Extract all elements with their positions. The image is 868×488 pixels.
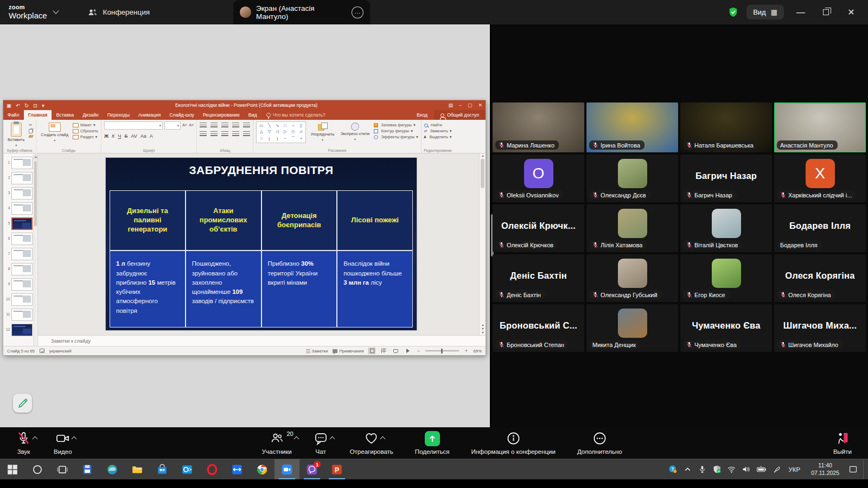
tell-me-box[interactable]: Что вы хотите сделать?	[261, 112, 330, 118]
thumbnail-scrollbar[interactable]	[33, 153, 37, 346]
pen-icon[interactable]	[773, 465, 782, 474]
help-icon[interactable]: ?	[668, 465, 678, 474]
participant-tile[interactable]: Деніс БахтінДеніс Бахтін	[493, 254, 584, 302]
notes-toggle-button[interactable]: Заметки	[306, 349, 328, 354]
slide-thumbnail[interactable]: 3	[3, 185, 37, 201]
ppt-quick-access-toolbar[interactable]: ▣ ↶ ↻ ⊡ ▾	[3, 102, 44, 108]
participant-tile[interactable]: Олексій Крючк...Олексій Крючков	[493, 204, 584, 252]
taskbar-clock[interactable]: 11:40 07.11.2025	[807, 462, 843, 477]
video-button[interactable]: Видео	[52, 427, 74, 459]
shape-glyph[interactable]: □	[284, 123, 286, 128]
tab-screen-share[interactable]: Экран (Анастасія Мантуло) ...	[233, 0, 370, 24]
participant-tile[interactable]: Олеся КорягінаОлеся Корягіна	[774, 254, 866, 302]
shape-outline-button[interactable]: Контур фигуры ▾	[374, 129, 418, 133]
slide-thumbnail[interactable]: 10	[3, 292, 37, 307]
chevron-down-icon[interactable]	[53, 8, 59, 14]
quick-styles-button[interactable]: Экспресс-стили ▾	[339, 121, 371, 142]
font-style-button[interactable]: Аа	[141, 133, 146, 139]
reset-button[interactable]: Сбросить	[73, 129, 98, 133]
ppt-menu-item[interactable]: Слайд-шоу	[165, 110, 199, 120]
font-size-combo[interactable]: ▾	[164, 121, 181, 130]
participant-tile[interactable]: Лілія Хатамова	[586, 204, 678, 252]
taskbar-opera-icon[interactable]	[200, 459, 225, 479]
participant-tile[interactable]: Броновський С...Броновський Степан	[493, 304, 584, 352]
shape-glyph[interactable]: +	[300, 136, 303, 141]
participant-tile[interactable]: OOleksii Ovsiannikov	[493, 155, 584, 202]
slide-sorter-view-button[interactable]	[380, 348, 387, 354]
participants-options-chevron[interactable]	[293, 436, 299, 442]
taskbar-powerpoint-icon[interactable]: P	[324, 459, 349, 479]
participants-button[interactable]: 20 Участники	[260, 427, 294, 459]
participant-tile[interactable]: Багрич НазарБагрич Назар	[680, 155, 772, 202]
ppt-share-button[interactable]: Общий доступ	[434, 110, 486, 120]
participant-tile[interactable]: Чумаченко ЄваЧумаченко Єва	[680, 304, 772, 352]
shape-glyph[interactable]: ╲	[268, 123, 271, 128]
language-label[interactable]: украинский	[49, 349, 72, 354]
line-spacing-icon[interactable]	[243, 123, 250, 127]
redo-icon[interactable]: ↻	[24, 102, 29, 108]
shape-glyph[interactable]: ▷	[284, 129, 287, 134]
shape-glyph[interactable]: ▽	[267, 129, 271, 134]
slide-thumbnail[interactable]: 11	[3, 307, 37, 322]
tab-conference[interactable]: Конференция	[82, 3, 156, 22]
shape-glyph[interactable]: )	[277, 136, 278, 141]
align-right-icon[interactable]	[221, 131, 228, 136]
meeting-info-button[interactable]: Информация о конференции	[469, 427, 558, 459]
ppt-signin-button[interactable]: Вход	[410, 112, 434, 118]
format-painter-button[interactable]	[29, 135, 33, 138]
ppt-menu-item[interactable]: Рецензирование	[199, 110, 244, 120]
participant-tile[interactable]: Бодарев ІлляБодарев Ілля	[774, 204, 866, 252]
shape-glyph[interactable]: ▯	[300, 123, 302, 128]
windows-security-icon[interactable]	[712, 465, 722, 474]
arrange-button[interactable]: Упорядочить ▾	[309, 121, 336, 143]
decrease-indent-icon[interactable]	[221, 123, 228, 127]
chat-button[interactable]: Чат	[311, 427, 330, 459]
participant-tile[interactable]: Марина Ляшенко	[493, 102, 584, 152]
section-button[interactable]: Раздел ▾	[73, 135, 98, 139]
taskbar-zoom-icon[interactable]	[275, 459, 299, 479]
font-name-combo[interactable]: ▾	[104, 121, 163, 130]
taskbar-file-explorer-icon[interactable]	[125, 459, 150, 479]
participant-tile[interactable]: Віталій Цвєтков	[680, 204, 772, 252]
slide-thumbnail[interactable]: 7	[3, 246, 37, 261]
shrink-font-button[interactable]: A˅	[189, 121, 194, 130]
shape-glyph[interactable]: △	[260, 129, 263, 134]
shape-glyph[interactable]: ~	[284, 136, 286, 141]
slide-thumbnail[interactable]: 6	[3, 231, 37, 246]
react-button[interactable]: Отреагировать	[348, 427, 395, 459]
slideshow-icon[interactable]: ⊡	[33, 102, 37, 108]
select-button[interactable]: Выделить ▾	[424, 135, 452, 139]
previous-slide-icon[interactable]	[482, 324, 484, 326]
shape-glyph[interactable]: ◁	[276, 129, 279, 134]
font-style-button[interactable]: Ч	[118, 133, 121, 139]
shape-glyph[interactable]: ☆	[259, 136, 263, 141]
share-screen-button[interactable]: Поделиться	[413, 427, 452, 459]
taskbar-start-button[interactable]	[0, 459, 25, 479]
battery-icon[interactable]	[756, 465, 767, 474]
canvas-scrollbar[interactable]	[479, 153, 486, 335]
show-desktop-button[interactable]	[863, 459, 867, 479]
slide-thumbnail[interactable]: 2	[3, 170, 37, 185]
restore-button[interactable]	[823, 9, 829, 15]
chat-options-chevron[interactable]	[329, 436, 335, 442]
shape-glyph[interactable]: ▭	[259, 123, 264, 128]
shapes-gallery[interactable]: ▭╲↘□○▯△▽◁▷◇▱☆()~⌒+	[256, 121, 306, 143]
shape-glyph[interactable]: (	[269, 136, 270, 141]
react-options-chevron[interactable]	[380, 436, 386, 442]
ppt-menu-item[interactable]: Переходы	[103, 110, 134, 120]
notes-pane[interactable]: Заметки к слайду	[38, 335, 486, 346]
grow-font-button[interactable]: A˄	[182, 121, 187, 130]
audio-button[interactable]: Звук	[14, 427, 33, 459]
undo-icon[interactable]: ↶	[16, 102, 20, 108]
security-shield-icon[interactable]	[729, 7, 738, 17]
zoom-slider[interactable]	[425, 350, 459, 351]
shape-glyph[interactable]: ◇	[291, 129, 295, 134]
tab-options-icon[interactable]: ...	[352, 7, 363, 18]
increase-indent-icon[interactable]	[232, 123, 239, 127]
shape-glyph[interactable]: ⌒	[291, 136, 295, 142]
shape-glyph[interactable]: ▱	[299, 129, 303, 134]
zoom-percent-label[interactable]: 69%	[473, 349, 482, 354]
ppt-restore-button[interactable]: ▢	[468, 102, 473, 108]
tray-mic-icon[interactable]	[698, 465, 707, 474]
participant-tile[interactable]: Егор Киосе	[680, 254, 772, 302]
